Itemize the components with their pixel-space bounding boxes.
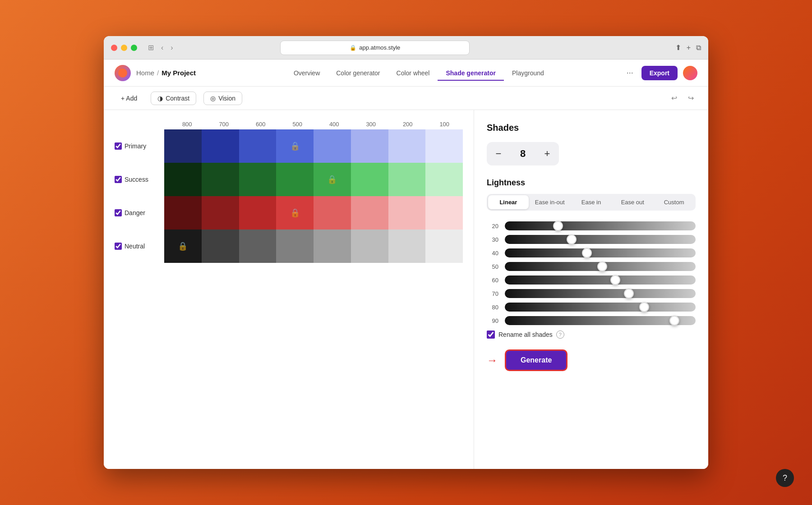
forward-btn[interactable]: › xyxy=(169,42,175,54)
swatch-neutral-700[interactable] xyxy=(202,230,239,263)
traffic-light-red[interactable] xyxy=(111,45,117,51)
tab-overview[interactable]: Overview xyxy=(286,66,328,80)
slider-thumb-40[interactable] xyxy=(582,248,592,258)
swatch-neutral-100[interactable] xyxy=(425,230,463,263)
redo-btn[interactable]: ↪ xyxy=(684,92,697,104)
tab-playground[interactable]: Playground xyxy=(504,66,552,80)
color-grid-wrapper: 800 700 600 500 400 300 200 100 xyxy=(115,121,463,263)
tab-ease-out[interactable]: Ease out xyxy=(612,195,653,209)
shade-label-200: 200 xyxy=(389,121,426,128)
swatch-success-200[interactable] xyxy=(388,163,426,196)
slider-track-30[interactable] xyxy=(505,235,696,244)
swatch-neutral-300[interactable] xyxy=(351,230,388,263)
swatch-primary-400[interactable] xyxy=(314,129,351,163)
main-area: 800 700 600 500 400 300 200 100 xyxy=(104,110,708,469)
primary-checkbox[interactable] xyxy=(115,142,122,150)
swatch-success-300[interactable] xyxy=(351,163,388,196)
shades-plus-btn[interactable]: + xyxy=(535,142,559,165)
swatch-neutral-200[interactable] xyxy=(388,230,426,263)
swatch-danger-300[interactable] xyxy=(351,196,388,230)
slider-track-50[interactable] xyxy=(505,262,696,271)
swatch-primary-700[interactable] xyxy=(202,129,239,163)
shade-label-400: 400 xyxy=(316,121,353,128)
swatch-neutral-800[interactable]: 🔒 xyxy=(164,230,202,263)
slider-track-70[interactable] xyxy=(505,289,696,298)
slider-track-40[interactable] xyxy=(505,248,696,257)
duplicate-btn[interactable]: ⧉ xyxy=(696,44,701,52)
swatch-success-100[interactable] xyxy=(425,163,463,196)
address-bar[interactable]: 🔒 app.atmos.style xyxy=(280,41,470,55)
swatch-danger-400[interactable] xyxy=(314,196,351,230)
swatch-primary-600[interactable] xyxy=(239,129,277,163)
shade-label-800: 800 xyxy=(169,121,206,128)
slider-thumb-30[interactable] xyxy=(567,234,577,244)
new-tab-btn[interactable]: + xyxy=(687,44,691,52)
neutral-checkbox[interactable] xyxy=(115,243,122,250)
swatch-danger-100[interactable] xyxy=(425,196,463,230)
traffic-light-yellow[interactable] xyxy=(121,45,127,51)
slider-track-90[interactable] xyxy=(505,316,696,325)
breadcrumb: Home / My Project xyxy=(136,69,196,77)
swatch-primary-500[interactable]: 🔒 xyxy=(276,129,314,163)
shades-minus-btn[interactable]: − xyxy=(487,142,510,165)
danger-checkbox[interactable] xyxy=(115,209,122,216)
slider-track-20[interactable] xyxy=(505,221,696,230)
breadcrumb-home[interactable]: Home xyxy=(136,69,154,77)
slider-bg-90 xyxy=(505,316,696,325)
add-button[interactable]: + Add xyxy=(115,92,143,105)
generate-button[interactable]: Generate xyxy=(505,349,567,371)
app-content: Home / My Project Overview Color generat… xyxy=(104,60,708,469)
swatch-success-500[interactable] xyxy=(276,163,314,196)
swatch-primary-800[interactable] xyxy=(164,129,202,163)
tab-color-wheel[interactable]: Color wheel xyxy=(388,66,438,80)
swatch-danger-200[interactable] xyxy=(388,196,426,230)
app-header: Home / My Project Overview Color generat… xyxy=(104,60,708,87)
slider-bg-70 xyxy=(505,289,696,298)
contrast-button[interactable]: ◑ Contrast xyxy=(151,92,196,105)
swatch-success-400[interactable]: 🔒 xyxy=(314,163,351,196)
neutral-label: Neutral xyxy=(125,243,145,250)
slider-thumb-70[interactable] xyxy=(624,289,634,298)
sidebar-toggle-btn[interactable]: ⊞ xyxy=(146,41,156,54)
tab-linear[interactable]: Linear xyxy=(488,195,529,209)
tab-custom[interactable]: Custom xyxy=(654,195,694,209)
swatch-neutral-400[interactable] xyxy=(314,230,351,263)
tab-shade-generator[interactable]: Shade generator xyxy=(438,66,503,80)
more-options-btn[interactable]: ··· xyxy=(624,65,636,80)
export-button[interactable]: Export xyxy=(641,66,678,80)
info-icon[interactable]: ? xyxy=(556,331,564,339)
swatch-success-700[interactable] xyxy=(202,163,239,196)
swatch-danger-700[interactable] xyxy=(202,196,239,230)
traffic-light-green[interactable] xyxy=(131,45,137,51)
swatch-primary-100[interactable] xyxy=(425,129,463,163)
undo-btn[interactable]: ↩ xyxy=(668,92,681,104)
traffic-lights xyxy=(111,45,137,51)
rename-checkbox[interactable] xyxy=(487,331,495,339)
tab-ease-in-out[interactable]: Ease in-out xyxy=(530,195,570,209)
back-btn[interactable]: ‹ xyxy=(159,42,165,54)
swatch-danger-500[interactable]: 🔒 xyxy=(276,196,314,230)
swatch-success-600[interactable] xyxy=(239,163,277,196)
swatch-neutral-500[interactable] xyxy=(276,230,314,263)
slider-thumb-80[interactable] xyxy=(639,302,649,312)
slider-thumb-90[interactable] xyxy=(669,316,679,326)
vision-button[interactable]: ◎ Vision xyxy=(203,92,242,105)
slider-bg-30 xyxy=(505,235,696,244)
contrast-icon: ◑ xyxy=(157,95,163,102)
lock-icon-primary: 🔒 xyxy=(290,141,300,151)
slider-track-80[interactable] xyxy=(505,303,696,312)
slider-thumb-50[interactable] xyxy=(597,262,607,271)
success-checkbox[interactable] xyxy=(115,176,122,183)
slider-thumb-20[interactable] xyxy=(553,221,563,231)
slider-thumb-60[interactable] xyxy=(610,275,620,285)
swatch-primary-200[interactable] xyxy=(388,129,426,163)
swatch-danger-600[interactable] xyxy=(239,196,277,230)
swatch-success-800[interactable] xyxy=(164,163,202,196)
share-btn[interactable]: ⬆ xyxy=(675,43,681,52)
tab-ease-in[interactable]: Ease in xyxy=(571,195,612,209)
swatch-danger-800[interactable] xyxy=(164,196,202,230)
swatch-primary-300[interactable] xyxy=(351,129,388,163)
tab-color-generator[interactable]: Color generator xyxy=(328,66,388,80)
swatch-neutral-600[interactable] xyxy=(239,230,277,263)
slider-track-60[interactable] xyxy=(505,275,696,285)
